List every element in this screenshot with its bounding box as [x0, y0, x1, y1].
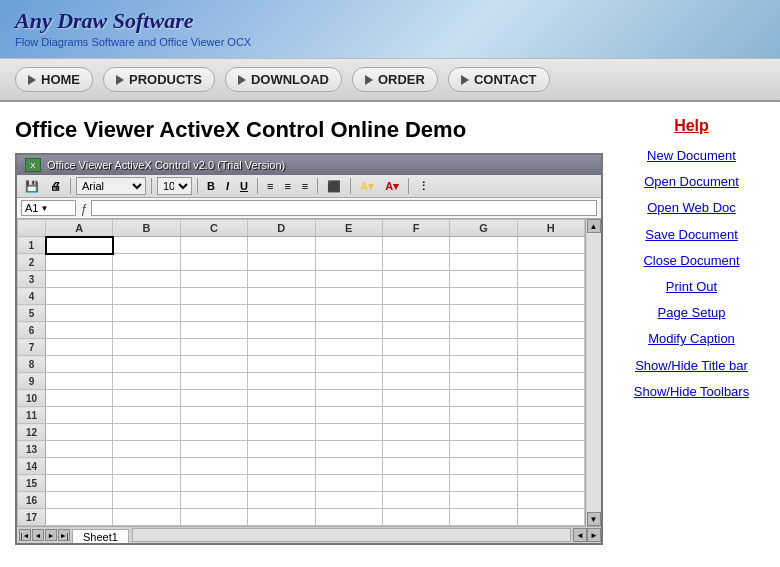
cell-D12[interactable] [248, 424, 315, 441]
sheet-first-btn[interactable]: |◄ [19, 529, 31, 541]
cell-C2[interactable] [180, 254, 247, 271]
show-hide-toolbars-link[interactable]: Show/Hide Toolbars [618, 379, 765, 405]
sheet-next-btn[interactable]: ► [45, 529, 57, 541]
cell-D1[interactable] [248, 237, 315, 254]
sheet-tab-1[interactable]: Sheet1 [72, 529, 129, 543]
col-header-e[interactable]: E [315, 220, 382, 237]
merge-btn[interactable]: ⬛ [323, 178, 345, 195]
cell-F6[interactable] [382, 322, 449, 339]
cell-F13[interactable] [382, 441, 449, 458]
cell-F7[interactable] [382, 339, 449, 356]
cell-H9[interactable] [517, 373, 584, 390]
cell-H17[interactable] [517, 509, 584, 526]
nav-item-home[interactable]: HOME [15, 67, 93, 92]
open-document-link[interactable]: Open Document [618, 169, 765, 195]
cell-B4[interactable] [113, 288, 180, 305]
scroll-right-btn[interactable]: ► [587, 528, 601, 542]
cell-E7[interactable] [315, 339, 382, 356]
cell-G10[interactable] [450, 390, 517, 407]
cell-D8[interactable] [248, 356, 315, 373]
cell-A3[interactable] [46, 271, 113, 288]
cell-H8[interactable] [517, 356, 584, 373]
page-setup-link[interactable]: Page Setup [618, 300, 765, 326]
cell-A4[interactable] [46, 288, 113, 305]
cell-F5[interactable] [382, 305, 449, 322]
cell-H6[interactable] [517, 322, 584, 339]
cell-E14[interactable] [315, 458, 382, 475]
cell-H16[interactable] [517, 492, 584, 509]
col-header-h[interactable]: H [517, 220, 584, 237]
cell-C15[interactable] [180, 475, 247, 492]
show-hide-title-link[interactable]: Show/Hide Title bar [618, 353, 765, 379]
col-header-g[interactable]: G [450, 220, 517, 237]
save-document-link[interactable]: Save Document [618, 222, 765, 248]
font-select[interactable]: Arial [76, 177, 146, 195]
cell-A5[interactable] [46, 305, 113, 322]
cell-F12[interactable] [382, 424, 449, 441]
cell-B10[interactable] [113, 390, 180, 407]
col-header-a[interactable]: A [46, 220, 113, 237]
cell-D14[interactable] [248, 458, 315, 475]
nav-item-order[interactable]: ORDER [352, 67, 438, 92]
cell-G9[interactable] [450, 373, 517, 390]
cell-C16[interactable] [180, 492, 247, 509]
cell-C6[interactable] [180, 322, 247, 339]
cell-F15[interactable] [382, 475, 449, 492]
cell-A16[interactable] [46, 492, 113, 509]
cell-H5[interactable] [517, 305, 584, 322]
cell-B17[interactable] [113, 509, 180, 526]
cell-E10[interactable] [315, 390, 382, 407]
italic-btn[interactable]: I [222, 178, 233, 194]
cell-F9[interactable] [382, 373, 449, 390]
sheet-prev-btn[interactable]: ◄ [32, 529, 44, 541]
cell-G16[interactable] [450, 492, 517, 509]
cell-E9[interactable] [315, 373, 382, 390]
cell-B15[interactable] [113, 475, 180, 492]
cell-A17[interactable] [46, 509, 113, 526]
cell-G6[interactable] [450, 322, 517, 339]
cell-E17[interactable] [315, 509, 382, 526]
cell-E6[interactable] [315, 322, 382, 339]
formula-input[interactable] [91, 200, 597, 216]
cell-G7[interactable] [450, 339, 517, 356]
cell-H11[interactable] [517, 407, 584, 424]
cell-C1[interactable] [180, 237, 247, 254]
cell-G8[interactable] [450, 356, 517, 373]
col-header-d[interactable]: D [248, 220, 315, 237]
cell-B1[interactable] [113, 237, 180, 254]
cell-E8[interactable] [315, 356, 382, 373]
cell-D16[interactable] [248, 492, 315, 509]
cell-A14[interactable] [46, 458, 113, 475]
cell-A8[interactable] [46, 356, 113, 373]
v-scrollbar[interactable]: ▲ ▼ [585, 219, 601, 526]
cell-E13[interactable] [315, 441, 382, 458]
align-left-btn[interactable]: ≡ [263, 178, 277, 194]
cell-B9[interactable] [113, 373, 180, 390]
cell-B2[interactable] [113, 254, 180, 271]
cell-A15[interactable] [46, 475, 113, 492]
cell-B14[interactable] [113, 458, 180, 475]
open-web-doc-link[interactable]: Open Web Doc [618, 195, 765, 221]
cell-H4[interactable] [517, 288, 584, 305]
cell-E12[interactable] [315, 424, 382, 441]
size-select[interactable]: 10 [157, 177, 192, 195]
cell-F2[interactable] [382, 254, 449, 271]
cell-D10[interactable] [248, 390, 315, 407]
col-header-b[interactable]: B [113, 220, 180, 237]
cell-C7[interactable] [180, 339, 247, 356]
cell-ref-box[interactable]: A1 ▼ [21, 200, 76, 216]
new-document-link[interactable]: New Document [618, 143, 765, 169]
cell-D5[interactable] [248, 305, 315, 322]
cell-G3[interactable] [450, 271, 517, 288]
cell-D17[interactable] [248, 509, 315, 526]
cell-F16[interactable] [382, 492, 449, 509]
cell-F4[interactable] [382, 288, 449, 305]
cell-F17[interactable] [382, 509, 449, 526]
cell-G11[interactable] [450, 407, 517, 424]
cell-D15[interactable] [248, 475, 315, 492]
cell-A1[interactable] [46, 237, 113, 254]
cell-F8[interactable] [382, 356, 449, 373]
toolbar-save-btn[interactable]: 💾 [21, 178, 43, 195]
cell-D13[interactable] [248, 441, 315, 458]
more-btn[interactable]: ⋮ [414, 178, 433, 195]
